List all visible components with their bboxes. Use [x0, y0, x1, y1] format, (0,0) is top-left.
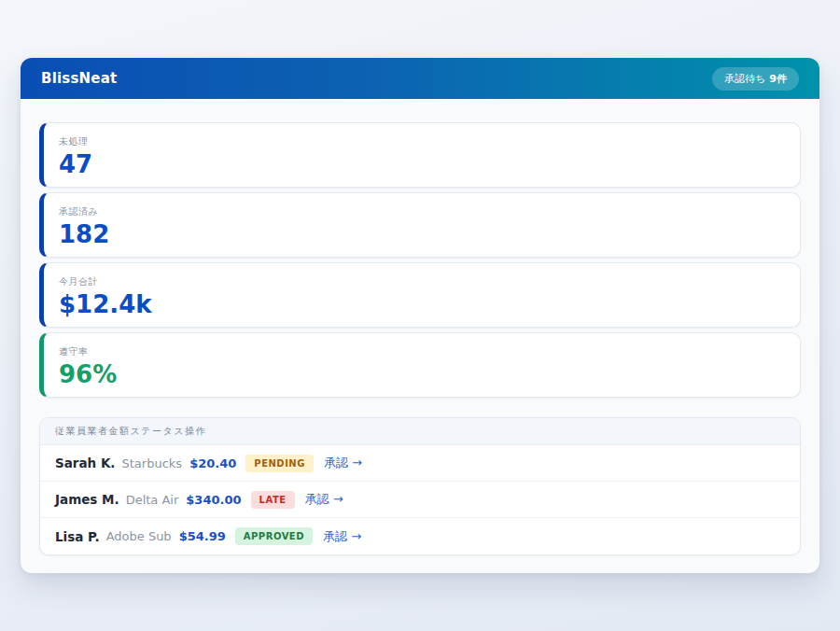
pending-badge-count: 9件: [769, 72, 787, 86]
stat-card-compliance-rate: 遵守率 96%: [39, 332, 801, 398]
expense-amount: $54.99: [179, 529, 226, 543]
status-badge: APPROVED: [235, 527, 313, 545]
employee-name: Sarah K.: [55, 456, 116, 470]
approve-link[interactable]: 承認 →: [324, 455, 362, 471]
table-header-label: 従業員業者金額ステータス操作: [55, 425, 206, 438]
pending-badge-label: 承認待ち: [724, 72, 765, 86]
stat-value: 47: [59, 151, 785, 178]
stat-label: 承認済み: [59, 205, 785, 218]
stat-label: 遵守率: [59, 345, 785, 358]
app-card: BlissNeat 承認待ち 9件 未処理 47 承認済み 182 今月合計 $…: [21, 58, 819, 573]
table-row: Lisa P. Adobe Sub $54.99 APPROVED 承認 →: [40, 518, 800, 554]
table-row: James M. Delta Air $340.00 LATE 承認 →: [40, 482, 800, 518]
card-body: 未処理 47 承認済み 182 今月合計 $12.4k 遵守率 96% 従業員業…: [21, 99, 819, 555]
app-title: BlissNeat: [41, 70, 117, 87]
stat-card-approved: 承認済み 182: [39, 192, 801, 258]
page-background: BlissNeat 承認待ち 9件 未処理 47 承認済み 182 今月合計 $…: [0, 0, 840, 631]
expense-amount: $340.00: [186, 493, 241, 507]
stat-card-unprocessed: 未処理 47: [39, 122, 801, 188]
approve-link[interactable]: 承認 →: [305, 491, 343, 508]
app-header: BlissNeat 承認待ち 9件: [21, 58, 819, 99]
vendor-name: Adobe Sub: [106, 529, 172, 543]
stat-card-monthly-total: 今月合計 $12.4k: [39, 262, 801, 328]
employee-name: James M.: [55, 492, 119, 507]
expense-table: 従業員業者金額ステータス操作 Sarah K. Starbucks $20.40…: [39, 417, 801, 555]
status-badge: LATE: [251, 491, 295, 509]
expense-amount: $20.40: [189, 456, 236, 470]
stat-value: $12.4k: [59, 291, 785, 318]
stat-label: 今月合計: [59, 275, 785, 288]
stat-label: 未処理: [59, 135, 785, 148]
table-header-row: 従業員業者金額ステータス操作: [40, 418, 800, 445]
vendor-name: Starbucks: [122, 456, 183, 470]
pending-count-badge: 承認待ち 9件: [712, 67, 799, 91]
approve-link[interactable]: 承認 →: [323, 528, 361, 545]
stat-value: 182: [59, 221, 785, 248]
table-row: Sarah K. Starbucks $20.40 PENDING 承認 →: [40, 445, 800, 482]
vendor-name: Delta Air: [126, 493, 179, 507]
employee-name: Lisa P.: [55, 529, 100, 544]
stat-value: 96%: [59, 361, 785, 388]
status-badge: PENDING: [245, 455, 314, 472]
